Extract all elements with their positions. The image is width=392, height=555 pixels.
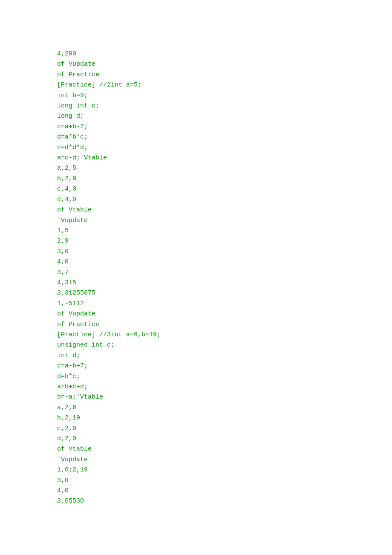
code-line: 3,7 xyxy=(57,268,392,278)
code-line: of Vupdate xyxy=(57,309,392,319)
code-line: 1,6;2,19 xyxy=(57,465,392,475)
code-line: d,4,0 xyxy=(57,195,392,205)
code-line: int d; xyxy=(57,351,392,361)
code-line: 2,9 xyxy=(57,236,392,246)
code-line: c,4,0 xyxy=(57,184,392,194)
code-line: unsigned int c; xyxy=(57,340,392,350)
code-line: b,2,9 xyxy=(57,174,392,184)
code-line: of Practice xyxy=(57,70,392,80)
code-line: d,2,0 xyxy=(57,434,392,444)
code-line: 3,31255875 xyxy=(57,288,392,298)
code-line: int b=9; xyxy=(57,91,392,101)
code-line: a,2,6 xyxy=(57,403,392,413)
code-line: 3,65530 xyxy=(57,496,392,506)
code-line: [Practice] //3int a=6,b=19; xyxy=(57,330,392,340)
code-line: d=a*b*c; xyxy=(57,132,392,142)
code-line: 'Vupdate xyxy=(57,216,392,226)
code-line: long d; xyxy=(57,111,392,121)
code-line: b=-a;'Vtable xyxy=(57,392,392,402)
code-line: a,2,5 xyxy=(57,163,392,173)
code-line: c,2,0 xyxy=(57,424,392,434)
code-line: 4,200 xyxy=(57,49,392,59)
code-line: of Practice xyxy=(57,320,392,330)
code-line: a=c-d;'Vtable xyxy=(57,153,392,163)
code-line: c=a-b+7; xyxy=(57,361,392,371)
code-line: [Practice] //2int a=5; xyxy=(57,80,392,90)
code-line: long int c; xyxy=(57,101,392,111)
code-listing: 4,200of Vupdateof Practice[Practice] //2… xyxy=(57,49,392,507)
code-line: b,2,19 xyxy=(57,413,392,423)
code-line: c=d*d*d; xyxy=(57,143,392,153)
code-line: 1,-5112 xyxy=(57,299,392,309)
code-line: 3,0 xyxy=(57,247,392,257)
code-line: 1,5 xyxy=(57,226,392,236)
code-line: a=b+c+d; xyxy=(57,382,392,392)
code-line: 4,315 xyxy=(57,278,392,288)
code-line: of Vtable xyxy=(57,205,392,215)
code-line: 'Vupdate xyxy=(57,455,392,465)
code-line: 3,0 xyxy=(57,476,392,486)
code-line: of Vtable xyxy=(57,444,392,454)
code-line: c=a+b-7; xyxy=(57,122,392,132)
code-line: of Vupdate xyxy=(57,59,392,69)
code-line: d=b*c; xyxy=(57,372,392,382)
code-line: 4,0 xyxy=(57,257,392,267)
document-page: 4,200of Vupdateof Practice[Practice] //2… xyxy=(0,0,392,507)
code-line: 4,0 xyxy=(57,486,392,496)
